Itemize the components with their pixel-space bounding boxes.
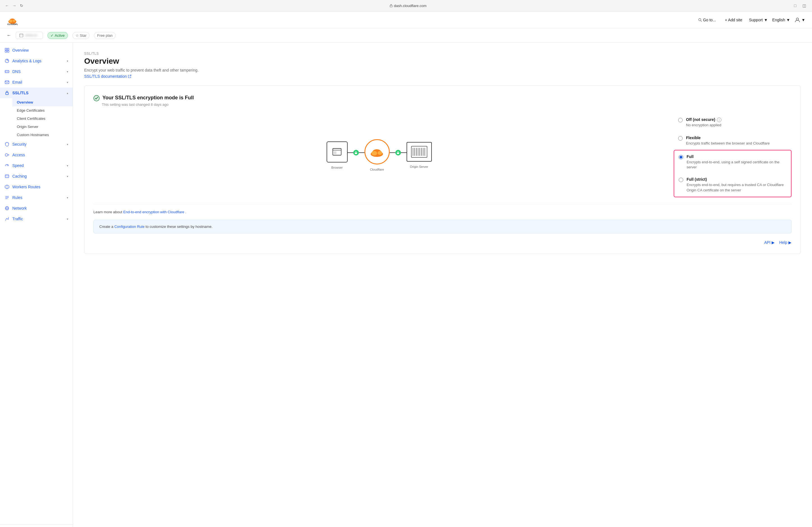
site-header: ← ••••••.•• ✓ Active ☆ Star Free plan: [0, 28, 812, 43]
sidebar-item-email[interactable]: Email ▾: [0, 77, 73, 88]
cloudflare-logo-icon: CLOUDFLARE: [7, 14, 18, 26]
star-icon: ☆: [75, 33, 79, 38]
ssl-card-footer: Learn more about End-to-end encryption w…: [93, 204, 792, 214]
lock-badge-right-icon: [396, 151, 400, 154]
help-link[interactable]: Help ▶: [779, 240, 792, 245]
go-to-button[interactable]: Go to...: [696, 16, 718, 24]
ssl-option-full-strict[interactable]: Full (strict) Encrypts end-to-end, but r…: [674, 173, 792, 197]
doc-link[interactable]: SSL/TLS documentation: [84, 74, 131, 79]
analytics-chevron-icon: ▾: [67, 59, 68, 62]
access-icon: [4, 152, 10, 157]
line-right2: [401, 152, 407, 153]
page-section-label: SSL/TLS: [84, 52, 801, 56]
ssl-subitem-custom-hostnames[interactable]: Custom Hostnames: [12, 131, 73, 139]
diagram-cloudflare: Cloudflare: [364, 139, 390, 171]
ssl-option-full-strict-title: Full (strict): [686, 177, 786, 182]
ssl-option-full[interactable]: Full Encrypts end-to-end, using a self s…: [674, 150, 792, 174]
ssl-subitem-origin-server[interactable]: Origin Server: [12, 123, 73, 131]
site-pill[interactable]: ••••••.••: [16, 32, 43, 39]
sidebar-item-access[interactable]: Access: [0, 149, 73, 160]
svg-point-6: [699, 18, 701, 21]
site-back-button[interactable]: ←: [7, 33, 11, 38]
ssl-subitem-overview[interactable]: Overview: [12, 98, 73, 106]
svg-rect-38: [355, 152, 357, 154]
sidebar-item-network[interactable]: Network: [0, 203, 73, 214]
page-description: Encrypt your web traffic to prevent data…: [84, 68, 801, 72]
free-plan-label: Free plan: [97, 33, 113, 38]
user-icon: [795, 17, 800, 23]
back-button[interactable]: ←: [4, 3, 10, 8]
support-label: Support: [749, 18, 763, 22]
analytics-logs-label: Analytics & Logs: [12, 59, 42, 63]
speed-icon: [4, 163, 10, 168]
star-badge[interactable]: ☆ Star: [72, 32, 90, 39]
ssl-status-check-icon: [93, 95, 100, 101]
svg-text:CLOUDFLARE: CLOUDFLARE: [7, 23, 18, 26]
active-label: Active: [55, 33, 64, 38]
sidebar-item-caching[interactable]: Caching ▾: [0, 171, 73, 182]
url-bar[interactable]: dash.cloudflare.com: [28, 4, 788, 8]
sidebar-nav: Overview Analytics & Logs ▾: [0, 43, 73, 525]
caching-label: Caching: [12, 174, 27, 179]
email-icon: [4, 80, 10, 85]
support-dropdown[interactable]: Support ▼: [749, 18, 768, 22]
sidebar-item-traffic[interactable]: Traffic ▾: [0, 214, 73, 224]
url-text: dash.cloudflare.com: [394, 4, 426, 8]
go-to-label: Go to...: [703, 18, 716, 22]
sidebar-item-workers-routes[interactable]: Workers Routes: [0, 182, 73, 192]
active-badge: ✓ Active: [47, 32, 68, 39]
speed-chevron-icon: ▾: [67, 164, 68, 167]
language-dropdown[interactable]: English ▼: [772, 18, 790, 22]
chart-icon: [4, 58, 10, 63]
sidebar-item-analytics-logs[interactable]: Analytics & Logs ▾: [0, 56, 73, 66]
sidebar-item-ssl-tls[interactable]: SSL/TLS ▴: [0, 88, 73, 98]
api-link[interactable]: API ▶: [764, 240, 775, 245]
card-bottom-nav: API ▶ Help ▶: [93, 240, 792, 245]
ssl-status: Your SSL/TLS encryption mode is Full: [93, 95, 792, 101]
screenshot-button[interactable]: □: [792, 2, 799, 9]
learn-more-link[interactable]: End-to-end encryption with Cloudflare: [123, 210, 185, 214]
svg-point-42: [378, 151, 382, 155]
sidebar-item-dns[interactable]: DNS ▾: [0, 66, 73, 77]
ssl-option-flexible[interactable]: Flexible Encrypts traffic between the br…: [674, 132, 792, 150]
svg-point-4: [13, 20, 15, 22]
diagram-origin-server: Origin Server: [407, 142, 432, 168]
site-name: ••••••.••: [25, 33, 37, 38]
free-plan-badge: Free plan: [94, 32, 116, 39]
ssl-subitem-edge-certificates[interactable]: Edge Certificates: [12, 106, 73, 114]
dns-label: DNS: [12, 69, 21, 74]
browser-actions: □ ◫: [792, 2, 808, 9]
collapse-sidebar-button[interactable]: Collapse sidebar: [0, 525, 73, 527]
security-label: Security: [12, 142, 27, 146]
shield-icon: [4, 142, 10, 147]
config-rule-link[interactable]: Configuration Rule: [114, 225, 145, 229]
split-view-button[interactable]: ◫: [801, 2, 808, 9]
ssl-radio-full[interactable]: [679, 155, 683, 159]
sidebar-item-security[interactable]: Security ▾: [0, 139, 73, 149]
browser-box: [327, 141, 348, 162]
grid-icon: [4, 48, 10, 53]
ssl-option-off[interactable]: Off (not secure) i No encryption applied: [674, 113, 792, 132]
search-icon: [698, 18, 702, 22]
ssl-status-title: Your SSL/TLS encryption mode is Full: [102, 95, 194, 101]
ssl-radio-off[interactable]: [678, 118, 683, 122]
sidebar-item-speed[interactable]: Speed ▾: [0, 160, 73, 171]
refresh-button[interactable]: ↻: [19, 3, 24, 8]
sidebar-item-overview[interactable]: Overview: [0, 45, 73, 56]
logo[interactable]: CLOUDFLARE: [7, 14, 18, 26]
svg-rect-0: [390, 5, 392, 7]
sidebar-item-rules[interactable]: Rules ▾: [0, 192, 73, 203]
forward-button[interactable]: →: [12, 3, 17, 8]
ssl-radio-full-strict[interactable]: [679, 177, 683, 182]
ssl-radio-flexible[interactable]: [678, 136, 683, 141]
svg-rect-20: [5, 92, 9, 95]
svg-rect-11: [5, 48, 7, 50]
api-arrow-icon: ▶: [772, 240, 775, 245]
svg-rect-9: [20, 34, 23, 37]
ssl-subitem-client-certificates[interactable]: Client Certificates: [12, 114, 73, 123]
config-rule-link-label: Configuration Rule: [114, 225, 145, 229]
add-site-button[interactable]: + Add site: [723, 16, 745, 24]
diagram-browser: Browser: [327, 141, 348, 169]
ssl-option-off-title: Off (not secure): [686, 117, 715, 122]
user-menu[interactable]: ▼: [795, 17, 805, 23]
